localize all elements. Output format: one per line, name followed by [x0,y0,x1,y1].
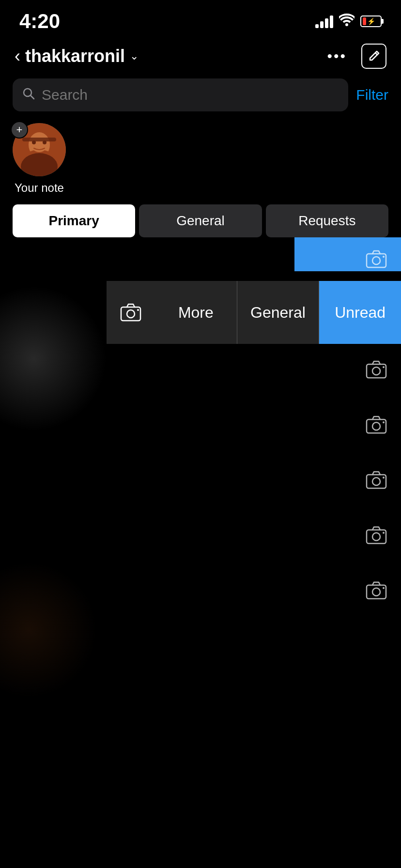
tab-primary[interactable]: Primary [13,204,135,237]
camera-icon-1[interactable] [364,247,388,273]
dropdown-overlay: More General Unread [107,281,401,344]
status-icons: ⚡ [315,14,382,30]
blur-decoration-bottom [0,562,97,698]
camera-icon-5[interactable] [364,468,388,494]
tab-navigation: Primary General Requests [0,204,401,237]
blur-decoration-left [0,286,107,431]
search-icon [22,87,35,103]
username-container[interactable]: thakkarronil ⌄ [25,46,139,66]
header-right: ••• [327,44,386,69]
search-bar[interactable] [13,78,348,111]
camera-icon-6[interactable] [364,523,388,549]
more-options-button[interactable]: ••• [327,48,347,64]
search-input[interactable] [42,87,339,103]
wifi-icon [339,14,355,30]
dropdown-camera-button[interactable] [107,281,155,344]
svg-line-1 [31,95,34,99]
username-label: thakkarronil [25,46,125,66]
svg-rect-33 [367,585,386,599]
search-container: Filter [0,78,401,123]
svg-rect-15 [367,254,386,267]
svg-point-35 [383,587,385,589]
svg-point-32 [383,532,385,534]
svg-point-28 [372,478,380,485]
svg-point-25 [372,422,380,430]
header: ‹ thakkarronil ⌄ ••• [0,39,401,78]
compose-button[interactable] [361,44,386,69]
tab-requests[interactable]: Requests [266,204,388,237]
svg-point-26 [383,421,385,423]
tab-general[interactable]: General [139,204,262,237]
svg-point-31 [372,533,380,541]
svg-point-17 [383,256,385,258]
stories-section: + [0,123,401,204]
dropdown-menu: More General Unread [107,281,401,344]
svg-point-23 [383,366,385,368]
add-story-button[interactable]: + [11,121,28,139]
svg-point-34 [372,588,380,596]
svg-point-14 [137,309,139,311]
battery-icon: ⚡ [360,16,382,27]
svg-rect-21 [367,364,386,378]
story-avatar-wrapper: + [13,123,66,176]
camera-icon-4[interactable] [364,413,388,439]
status-time: 4:20 [19,10,60,33]
signal-icon [315,15,333,28]
dropdown-more-option[interactable]: More [155,281,237,344]
status-bar: 4:20 ⚡ [0,0,401,39]
svg-point-16 [372,257,380,264]
dropdown-arrow-icon: ⌄ [130,50,139,62]
story-item-your-note[interactable]: + [13,123,66,195]
camera-icon-7[interactable] [364,578,388,604]
svg-point-29 [383,477,385,479]
filter-button[interactable]: Filter [356,87,388,103]
svg-rect-30 [367,530,386,543]
svg-rect-12 [121,307,140,321]
dropdown-unread-option[interactable]: Unread [319,281,401,344]
svg-rect-24 [367,419,386,433]
svg-point-13 [127,310,135,318]
svg-point-22 [372,367,380,375]
header-left: ‹ thakkarronil ⌄ [15,46,139,66]
camera-icon-3[interactable] [364,357,388,384]
back-button[interactable]: ‹ [15,46,20,66]
your-note-label: Your note [15,181,64,195]
svg-rect-27 [367,475,386,488]
dropdown-general-option[interactable]: General [237,281,320,344]
